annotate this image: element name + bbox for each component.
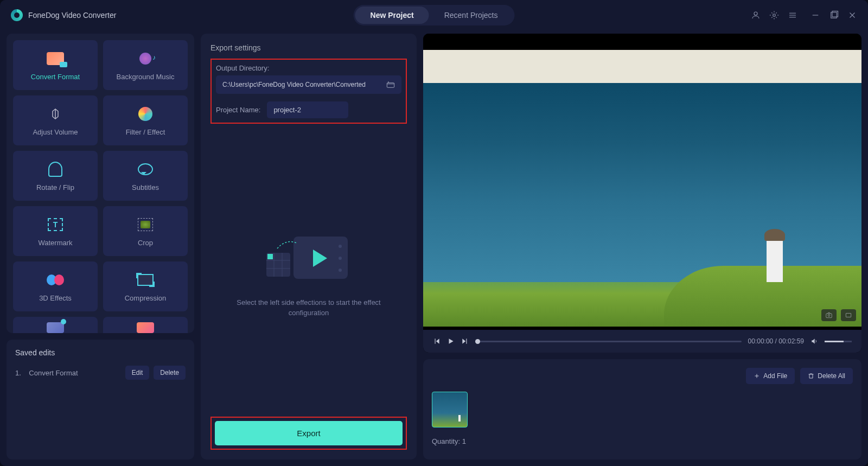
trash-icon (808, 373, 814, 379)
svg-rect-23 (826, 314, 832, 318)
tool-convert-format[interactable]: Convert Format (13, 40, 98, 90)
tool-label: Crop (138, 239, 153, 247)
app-window: FoneDog Video Converter New Project Rece… (0, 0, 868, 466)
saved-edit-row: 1. Convert Format Edit Delete (15, 366, 186, 380)
tool-label: Adjust Volume (33, 128, 78, 136)
player-controls: 00:00:00 / 00:02:59 (423, 330, 861, 353)
svg-point-15 (339, 257, 342, 260)
next-icon[interactable] (461, 337, 469, 345)
tool-3d-effects[interactable]: 3D Effects (13, 261, 98, 311)
maximize-icon[interactable] (829, 10, 839, 20)
snapshot-icon[interactable] (821, 309, 837, 321)
settings-icon[interactable] (769, 10, 779, 20)
tool-compression[interactable]: Compression (103, 261, 188, 311)
close-icon[interactable] (847, 10, 857, 20)
delete-all-button[interactable]: Delete All (800, 368, 853, 384)
export-button[interactable]: Export (215, 421, 403, 445)
partial-tool-1-icon (47, 319, 64, 333)
rotate-flip-icon (47, 161, 64, 178)
add-file-button[interactable]: Add File (746, 368, 795, 384)
window-controls (810, 10, 857, 20)
file-thumbnail[interactable] (432, 392, 468, 427)
tool-rotate-flip[interactable]: Rotate / Flip (13, 151, 98, 201)
export-settings-highlight: Output Directory: C:\Users\pc\FoneDog Vi… (210, 59, 407, 124)
file-thumbnails (432, 392, 853, 427)
tool-label: Subtitles (132, 183, 159, 191)
tool-watermark[interactable]: T Watermark (13, 206, 98, 256)
main-content: Convert Format Background Music Adjust V… (0, 30, 868, 466)
convert-format-icon (47, 50, 64, 67)
minimize-icon[interactable] (810, 10, 820, 20)
saved-edit-item: 1. Convert Format (15, 369, 78, 377)
tool-label: Rotate / Flip (36, 183, 74, 191)
placeholder-text: Select the left side effections to start… (227, 297, 390, 318)
tool-partial-2[interactable] (103, 317, 188, 333)
main-tabs: New Project Recent Projects (354, 5, 515, 25)
delete-all-label: Delete All (818, 372, 845, 380)
tool-subtitles[interactable]: Subtitles (103, 151, 188, 201)
preview-container: 00:00:00 / 00:02:59 (423, 34, 861, 353)
tool-label: Compression (125, 294, 167, 302)
tool-partial-1[interactable] (13, 317, 98, 333)
svg-point-14 (339, 245, 342, 248)
tab-new-project[interactable]: New Project (355, 7, 429, 24)
app-logo-icon (11, 9, 23, 21)
quantity-value: 1 (462, 437, 466, 445)
tool-filter-effect[interactable]: Filter / Effect (103, 95, 188, 145)
partial-tool-2-icon (137, 319, 154, 333)
lighthouse-graphic (767, 239, 783, 282)
svg-rect-11 (387, 83, 394, 88)
svg-point-16 (339, 269, 342, 272)
browse-folder-icon[interactable] (386, 81, 395, 88)
svg-point-1 (773, 14, 776, 17)
quantity-display: Quantity: 1 (432, 437, 853, 445)
right-panel: 00:00:00 / 00:02:59 Add File Delete All (423, 34, 861, 459)
add-file-label: Add File (763, 372, 787, 380)
tab-recent-projects[interactable]: Recent Projects (429, 7, 513, 24)
plus-icon (754, 373, 760, 379)
tool-label: Watermark (38, 239, 72, 247)
volume-slider[interactable] (825, 341, 852, 342)
project-name-input[interactable] (267, 101, 348, 118)
output-directory-value: C:\Users\pc\FoneDog Video Converter\Conv… (222, 81, 366, 88)
tool-crop[interactable]: Crop (103, 206, 188, 256)
subtitles-icon (137, 161, 154, 178)
saved-edits-panel: Saved edits 1. Convert Format Edit Delet… (7, 340, 194, 459)
tool-adjust-volume[interactable]: Adjust Volume (13, 95, 98, 145)
files-panel: Add File Delete All Quantity: 1 (423, 359, 861, 459)
preview-letterbox-top (423, 34, 861, 50)
titlebar-right (751, 10, 857, 20)
menu-icon[interactable] (788, 10, 797, 20)
saved-edit-label: Convert Format (29, 369, 78, 377)
video-preview[interactable] (423, 50, 861, 327)
timeline-slider[interactable] (475, 341, 742, 342)
saved-edit-actions: Edit Delete (125, 366, 186, 380)
fullscreen-icon[interactable] (841, 309, 856, 321)
project-name-row: Project Name: (216, 101, 401, 118)
export-settings-title: Export settings (210, 43, 407, 52)
svg-rect-22 (267, 254, 273, 259)
previous-icon[interactable] (433, 337, 441, 345)
time-display: 00:00:00 / 00:02:59 (748, 337, 804, 345)
placeholder-graphic-icon (260, 227, 358, 286)
app-title: FoneDog Video Converter (28, 11, 116, 20)
user-icon[interactable] (751, 10, 761, 20)
output-directory-field[interactable]: C:\Users\pc\FoneDog Video Converter\Conv… (216, 75, 401, 94)
svg-point-24 (828, 315, 830, 317)
edit-button[interactable]: Edit (125, 366, 150, 380)
filter-effect-icon (137, 105, 154, 123)
tools-grid: Convert Format Background Music Adjust V… (7, 34, 194, 333)
svg-point-0 (754, 12, 757, 15)
tool-background-music[interactable]: Background Music (103, 40, 188, 90)
delete-button[interactable]: Delete (154, 366, 186, 380)
play-icon[interactable] (447, 337, 455, 345)
svg-rect-6 (831, 12, 837, 18)
volume-icon[interactable] (810, 337, 818, 345)
tool-label: Background Music (117, 73, 175, 81)
titlebar: FoneDog Video Converter New Project Rece… (0, 0, 868, 30)
svg-rect-25 (846, 314, 851, 317)
current-time: 00:00:00 (748, 337, 774, 345)
tool-label: Convert Format (31, 73, 80, 81)
saved-edits-title: Saved edits (15, 348, 186, 357)
export-settings-panel: Export settings Output Directory: C:\Use… (201, 34, 417, 459)
